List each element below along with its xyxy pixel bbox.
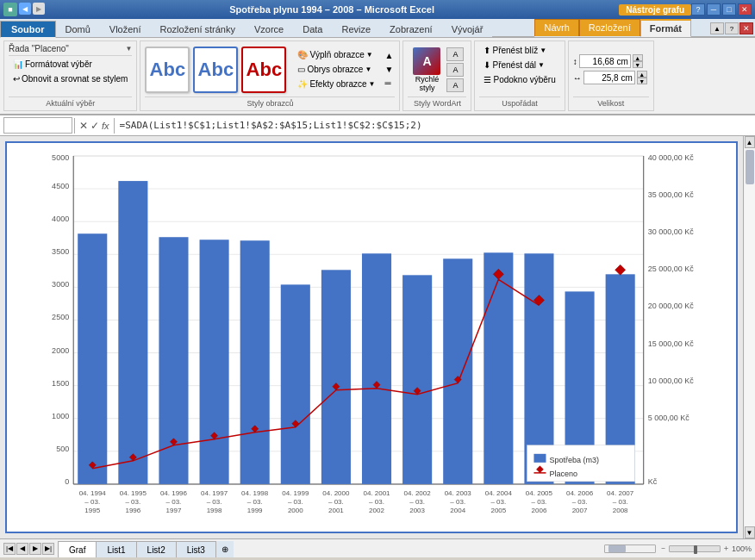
zoom-in-btn[interactable]: ＋	[722, 543, 730, 554]
zoom-slider-thumb[interactable]	[694, 545, 697, 554]
tab-navrh[interactable]: Návrh	[534, 19, 578, 36]
sheet-tab-list3[interactable]: List3	[177, 541, 216, 558]
sheet-prev-btn[interactable]: ◀	[16, 543, 28, 555]
close-button[interactable]: ✕	[738, 3, 752, 16]
scroll-track	[745, 148, 755, 526]
prenest-bliz-btn[interactable]: ⬆ Přenést blíž ▼	[479, 44, 559, 57]
vertical-scrollbar[interactable]: ▲ ▼	[743, 136, 755, 538]
title-bar-controls[interactable]: ? ─ □ ✕	[691, 3, 752, 16]
tab-rozlozeni-stranky[interactable]: Rozložení stránky	[151, 21, 245, 37]
width-input[interactable]	[583, 71, 635, 84]
scroll-up-btn[interactable]: ▲	[745, 136, 755, 148]
selection-dropdown[interactable]: Řada "Placeno" ▼	[9, 44, 132, 53]
chart-container[interactable]: 0 500 1000 1500 2000 2500 3000 3500 4000…	[5, 141, 738, 533]
tab-soubor[interactable]: Soubor	[0, 21, 56, 38]
zoom-out-btn[interactable]: －	[659, 543, 667, 554]
status-bar-right: － ＋ 100%	[601, 543, 755, 554]
h-scrollbar[interactable]	[604, 544, 656, 553]
tab-zobrazeni[interactable]: Zobrazení	[380, 21, 442, 37]
close-ribbon-btn[interactable]: ✕	[739, 22, 753, 34]
ribbon-minimize-btn[interactable]: ▲	[710, 22, 724, 34]
bar-4	[200, 240, 229, 484]
abc-style-btn-2[interactable]: Abc	[193, 47, 238, 93]
tab-revize[interactable]: Revize	[332, 21, 380, 37]
name-box[interactable]	[3, 117, 72, 134]
svg-text:04. 2000: 04. 2000	[322, 489, 350, 497]
svg-text:4000: 4000	[52, 215, 69, 223]
tab-vlozeni[interactable]: Vložení	[100, 21, 151, 37]
scroll-down-btn[interactable]: ▼	[745, 526, 755, 538]
chart-svg: 0 500 1000 1500 2000 2500 3000 3500 4000…	[16, 152, 727, 523]
minimize-button[interactable]: ─	[707, 3, 721, 16]
h-scroll-thumb[interactable]	[608, 545, 626, 552]
bottom-tab-separator	[234, 557, 601, 558]
svg-text:04. 2002: 04. 2002	[404, 489, 432, 497]
styly-obrazcu-expand[interactable]: ═	[383, 77, 395, 90]
sheet-tab-add[interactable]: ⊕	[216, 541, 234, 558]
effects-icon: ✨	[297, 79, 308, 89]
bar-6	[281, 284, 310, 484]
sheet-nav-arrows[interactable]: |◀ ◀ ▶ ▶|	[0, 543, 58, 555]
height-down-btn[interactable]: ▼	[633, 61, 643, 68]
sheet-next-btn[interactable]: ▶	[29, 543, 41, 555]
svg-text:1995: 1995	[84, 507, 100, 514]
tab-data[interactable]: Data	[293, 21, 332, 37]
legend-line-label: Placeno	[549, 470, 577, 478]
scroll-bar-bottom[interactable]	[604, 544, 656, 553]
svg-text:2000: 2000	[52, 346, 69, 355]
abc-style-btn-3[interactable]: Abc	[241, 47, 286, 93]
styly-obrazcu-more[interactable]: ▲	[383, 49, 395, 62]
formula-cross-icon: ✕	[79, 120, 88, 132]
sheet-tab-graf[interactable]: Graf	[58, 541, 97, 558]
tab-domu[interactable]: Domů	[56, 21, 100, 37]
width-down-btn[interactable]: ▼	[637, 78, 647, 84]
sheet-tab-list1[interactable]: List1	[97, 541, 136, 558]
formula-input[interactable]: =SADA(List1!$C$1;List1!$A$2:$A$15;List1!…	[116, 117, 752, 134]
prenest-dal-btn[interactable]: ⬇ Přenést dál ▼	[479, 59, 559, 72]
formula-fx-icon: fx	[102, 121, 109, 131]
title-bar: ■ ◀ ▶ Spotřeba plynu 1994 – 2008 – Micro…	[0, 0, 755, 19]
effects-shape-btn[interactable]: ✨ Efekty obrazce ▼	[293, 78, 379, 90]
wordart-outline-btn[interactable]: A	[446, 63, 464, 77]
svg-text:35 000,00 Kč: 35 000,00 Kč	[648, 190, 695, 199]
sheet-last-btn[interactable]: ▶|	[42, 543, 54, 555]
styly-obrazcu-less[interactable]: ▼	[383, 63, 395, 76]
svg-text:– 03.: – 03.	[247, 498, 263, 506]
legend-bar-label: Spotřeba (m3)	[549, 456, 599, 464]
outline-shape-btn[interactable]: ▭ Obrys obrazce ▼	[293, 63, 379, 76]
podokno-icon: ☰	[484, 75, 491, 84]
restore-style-btn[interactable]: ↩ Obnovit a srovnat se stylem	[9, 72, 132, 85]
bar-11	[484, 252, 513, 484]
width-up-btn[interactable]: ▲	[637, 71, 647, 78]
tab-vyvojar[interactable]: Vývojář	[442, 21, 493, 37]
height-input[interactable]	[579, 54, 631, 68]
sheet-first-btn[interactable]: |◀	[3, 543, 16, 555]
restore-button[interactable]: □	[722, 3, 736, 16]
rychle-styly-btn[interactable]: A Rychléstyly	[410, 45, 443, 95]
prenest-bliz-icon: ⬆	[484, 46, 490, 55]
wordart-effects-btn[interactable]: A	[446, 78, 464, 92]
height-icon: ↕	[573, 57, 577, 66]
tab-vzorce[interactable]: Vzorce	[245, 21, 293, 37]
sheet-tab-list2[interactable]: List2	[137, 541, 177, 558]
podokno-vyberu-btn[interactable]: ☰ Podokno výběru	[479, 73, 559, 86]
abc-style-btn-1[interactable]: Abc	[145, 47, 190, 93]
svg-text:– 03.: – 03.	[572, 498, 588, 506]
format-selection-btn[interactable]: 📊 Formátovat výběr	[9, 58, 132, 71]
scroll-thumb[interactable]	[746, 150, 754, 184]
tab-format[interactable]: Formát	[640, 19, 691, 37]
ribbon-tab-bar: Soubor Domů Vložení Rozložení stránky Vz…	[0, 19, 755, 38]
height-up-btn[interactable]: ▲	[633, 54, 643, 61]
zoom-controls[interactable]: － ＋ 100%	[659, 543, 752, 554]
ribbon-group-styly-obrazcu: Abc Abc Abc 🎨 Výplň obrazce ▼ ▭ Obrys ob…	[140, 40, 400, 111]
zoom-slider[interactable]	[669, 545, 721, 552]
help-button[interactable]: ?	[691, 3, 705, 16]
svg-text:3500: 3500	[52, 247, 69, 256]
tab-rozlozeni[interactable]: Rozložení	[579, 19, 640, 36]
svg-text:04. 1995: 04. 1995	[120, 489, 147, 497]
aktualni-vyber-label: Aktuální výběr	[9, 96, 132, 108]
fill-shape-btn[interactable]: 🎨 Výplň obrazce ▼	[293, 48, 379, 61]
formula-bar-separator	[74, 118, 75, 134]
help-ribbon-btn[interactable]: ?	[725, 22, 739, 34]
wordart-fill-btn[interactable]: A	[446, 47, 464, 61]
